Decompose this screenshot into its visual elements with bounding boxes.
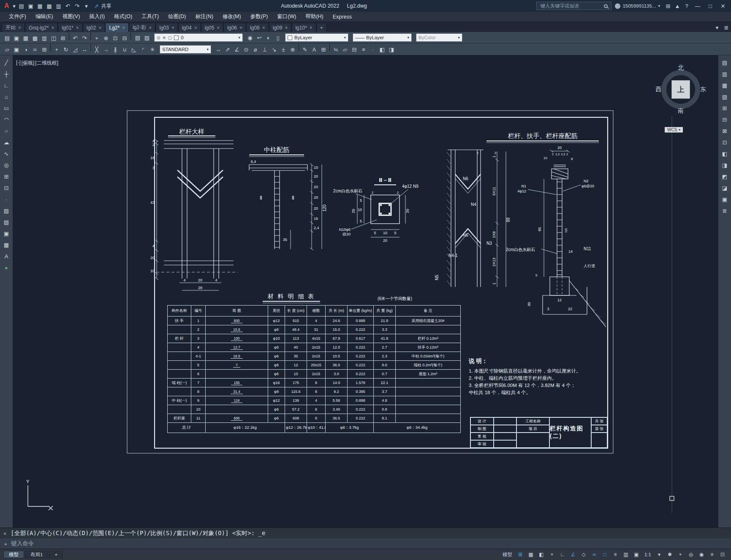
maximize-icon[interactable]: □ xyxy=(704,1,717,11)
combo-caret-icon[interactable]: ▾ xyxy=(207,47,209,51)
lineweight-display-icon[interactable]: ≡ xyxy=(610,550,620,559)
zoom-previous-icon[interactable]: ⊟ xyxy=(120,33,129,43)
viewport-menu-control[interactable]: [-] xyxy=(16,60,21,67)
annotation-monitor-icon[interactable]: + xyxy=(675,550,685,559)
file-tab[interactable]: lg04× xyxy=(178,23,201,32)
quickcalc-icon[interactable]: ⊠ xyxy=(720,126,730,135)
tab-close-icon[interactable]: × xyxy=(122,25,125,31)
search-icon[interactable] xyxy=(604,4,608,8)
qnew-icon[interactable]: ▤ xyxy=(3,33,12,43)
line-icon[interactable]: ╱ xyxy=(1,58,11,67)
tab-close-icon[interactable]: × xyxy=(262,25,265,31)
snap-mode-icon[interactable]: ▦ xyxy=(526,550,536,559)
tab-close-icon[interactable]: × xyxy=(310,25,313,31)
tab-close-icon[interactable]: × xyxy=(149,25,152,31)
model-layout-toggle-icon[interactable]: 模型 xyxy=(500,552,515,558)
quick-calc-icon[interactable]: ⊟ xyxy=(350,45,359,54)
new-tab-button[interactable]: + xyxy=(316,23,327,32)
tab-list-icon[interactable]: ≣ xyxy=(722,23,731,32)
viewcube-west[interactable]: 西 xyxy=(655,86,661,93)
layout-tab[interactable]: 布局1 xyxy=(25,551,48,558)
dim-diameter-icon[interactable]: ⌀ xyxy=(251,45,260,54)
file-tab[interactable]: lg09× xyxy=(269,23,292,32)
undo-icon[interactable]: ↶ xyxy=(71,33,80,43)
open-icon[interactable]: ▣ xyxy=(26,1,35,11)
dim-radius-icon[interactable]: ⊙ xyxy=(242,45,251,54)
ortho-mode-icon[interactable]: ∟ xyxy=(557,550,568,559)
create-block-icon[interactable]: ⊡ xyxy=(1,183,11,192)
visual-style-control[interactable]: [二维线框] xyxy=(35,60,58,67)
layer-previous-icon[interactable]: ↩ xyxy=(255,33,264,42)
viewcube-south[interactable]: 南 xyxy=(678,107,684,115)
plot-preview-icon[interactable]: ◫ xyxy=(49,33,58,43)
table-icon[interactable]: ▦ xyxy=(1,240,11,249)
trim-icon[interactable]: ╳ xyxy=(92,45,101,54)
zoom-window-icon[interactable]: ⊡ xyxy=(111,33,120,43)
file-tab[interactable]: lg03× xyxy=(155,23,178,32)
copy-icon[interactable]: ▣ xyxy=(12,45,21,54)
qsave-icon[interactable]: ▦ xyxy=(21,33,30,43)
gradient-icon[interactable]: ▧ xyxy=(1,217,11,227)
layers-palette-icon[interactable]: ▥ xyxy=(720,69,730,78)
break-icon[interactable]: ∦ xyxy=(111,45,120,54)
arc-icon[interactable]: ◠ xyxy=(1,115,11,124)
isometric-drafting-icon[interactable]: ◇ xyxy=(579,550,589,559)
insert-block-icon[interactable]: ⊞ xyxy=(1,172,11,181)
tab-overflow-icon[interactable]: ▾ xyxy=(712,23,722,32)
dim-linear-icon[interactable]: ↔ xyxy=(214,45,223,54)
list-icon[interactable]: ≡ xyxy=(359,45,368,54)
render-icon[interactable]: ◩ xyxy=(720,172,730,181)
qnew-icon[interactable]: ▤ xyxy=(17,1,26,11)
tab-close-icon[interactable]: × xyxy=(217,25,220,31)
menu-item[interactable]: 窗口(W) xyxy=(272,12,301,22)
account-button[interactable]: 15059991135... ▾ xyxy=(615,3,660,9)
menu-item[interactable]: 绘图(D) xyxy=(163,12,190,22)
polygon-icon[interactable]: ⌂ xyxy=(1,92,11,101)
color-palette-icon[interactable]: ● xyxy=(1,263,11,272)
plot-icon[interactable]: ▥ xyxy=(40,33,49,43)
polyline-icon[interactable]: ∟ xyxy=(1,81,11,90)
scale-icon[interactable]: ◿ xyxy=(71,45,80,54)
open-icon[interactable]: ▣ xyxy=(12,33,21,43)
menu-item[interactable]: 标注(N) xyxy=(191,12,218,22)
annotation-scale-icon[interactable]: 1:1 xyxy=(642,552,654,557)
ungroup-icon[interactable]: ◨ xyxy=(387,45,396,54)
tab-close-icon[interactable]: × xyxy=(285,25,288,31)
tab-close-icon[interactable]: × xyxy=(51,25,54,31)
visual-styles-icon[interactable]: ◧ xyxy=(720,149,730,158)
customization-icon[interactable]: ≡ xyxy=(707,550,717,559)
menu-item[interactable]: 格式(O) xyxy=(109,12,137,22)
file-tab[interactable]: lg2-彩× xyxy=(129,23,155,32)
match-properties-icon[interactable]: ▯ xyxy=(273,33,283,42)
view-manager-icon[interactable]: ▣ xyxy=(720,195,730,204)
dim-aligned-icon[interactable]: ⇗ xyxy=(223,45,232,54)
point-icon[interactable]: ∙ xyxy=(1,195,11,204)
clean-screen-icon[interactable]: ⊡ xyxy=(717,550,728,559)
color-combo[interactable]: ByLayer ▾ xyxy=(285,33,348,42)
command-input[interactable]: ▸ 键入命令 xyxy=(0,538,731,549)
make-current-layer-icon[interactable]: ◉ xyxy=(245,33,255,42)
quick-access-menu-icon[interactable]: ▾ xyxy=(82,1,91,11)
spline-icon[interactable]: ∿ xyxy=(1,149,11,158)
dim-angular-icon[interactable]: ∠ xyxy=(232,45,242,54)
extend-icon[interactable]: → xyxy=(101,45,111,54)
sheet-set-manager-icon[interactable]: ▧ xyxy=(720,92,730,101)
help-icon[interactable]: ? xyxy=(682,1,691,11)
plotstyle-combo[interactable]: ByColor ▾ xyxy=(416,33,462,42)
cart-icon[interactable]: ⊞ xyxy=(663,1,673,11)
view-direction-control[interactable]: [俯视] xyxy=(22,60,35,67)
move-icon[interactable]: + xyxy=(52,45,61,54)
text-style-icon[interactable]: A xyxy=(310,45,319,54)
save-as-icon[interactable]: ▩ xyxy=(30,33,40,43)
menu-item[interactable]: Express xyxy=(328,12,356,22)
share-button[interactable]: ⇗ 共享 xyxy=(94,1,111,11)
tab-close-icon[interactable]: × xyxy=(98,25,101,31)
search-input[interactable]: 键入关键字或短语 xyxy=(536,2,611,10)
offset-icon[interactable]: ≍ xyxy=(30,45,40,54)
polar-tracking-icon[interactable]: ∠ xyxy=(568,550,578,559)
qsave-icon[interactable]: ▦ xyxy=(35,1,45,11)
file-tab[interactable]: lg06× xyxy=(223,23,246,32)
viewcube-up-face[interactable]: 上 xyxy=(671,80,690,99)
array-icon[interactable]: ⊞ xyxy=(40,45,49,54)
region-icon[interactable]: ▣ xyxy=(1,229,11,238)
